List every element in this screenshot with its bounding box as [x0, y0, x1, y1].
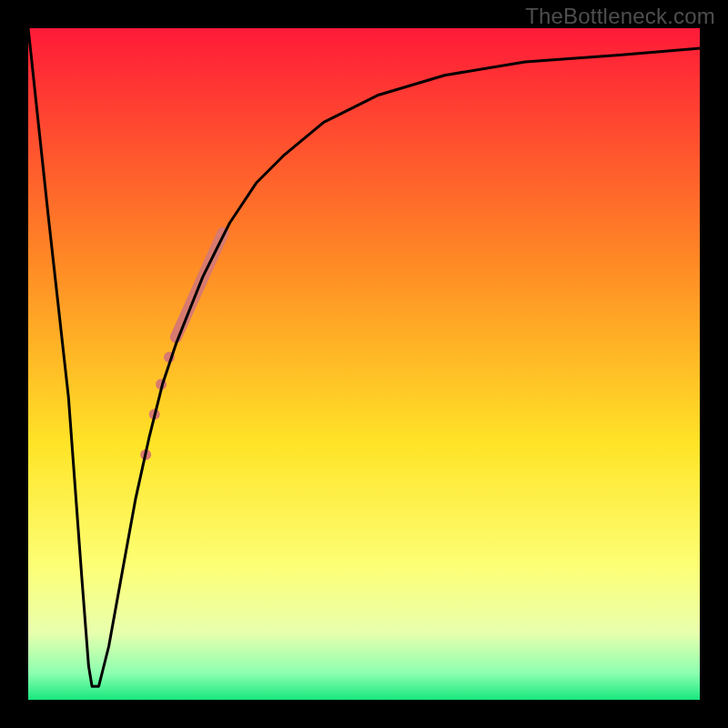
chart-svg	[28, 28, 700, 700]
chart-frame: TheBottleneck.com	[0, 0, 728, 728]
chart-plot-area	[28, 28, 700, 700]
watermark-text: TheBottleneck.com	[525, 4, 715, 29]
chart-background	[28, 28, 700, 700]
